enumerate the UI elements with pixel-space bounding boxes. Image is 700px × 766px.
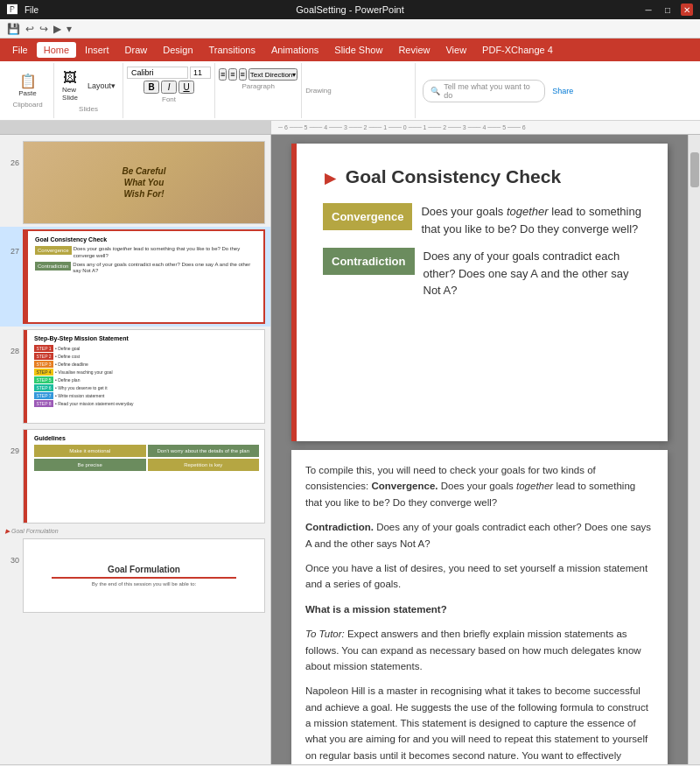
tab-design[interactable]: Design: [156, 42, 200, 58]
note-para-1: To compile this, you will need to check …: [305, 462, 654, 510]
step-4-text: • Visualise reaching your goal: [55, 369, 113, 375]
align-right-button[interactable]: ≡: [239, 68, 247, 81]
scroll-bg: Be CarefulWhat YouWish For!: [24, 142, 264, 223]
slide-28-content: Step-By-Step Mission Statement STEP 1• D…: [24, 330, 264, 423]
tab-animations[interactable]: Animations: [264, 42, 326, 58]
clipboard-label: Clipboard: [12, 101, 42, 109]
tab-draw[interactable]: Draw: [118, 42, 155, 58]
vertical-scrollbar[interactable]: [688, 135, 700, 764]
note-para-2: Contradiction. Does any of your goals co…: [305, 519, 654, 552]
tell-me-input[interactable]: 🔍 Tell me what you want to do: [423, 80, 545, 102]
new-slide-button[interactable]: 🖼 NewSlide: [58, 69, 82, 103]
slide-thumb-28: Step-By-Step Mission Statement STEP 1• D…: [23, 329, 265, 424]
step-8-text: • Read your mission statement everyday: [55, 401, 134, 406]
step-7-row: STEP 7• Write mission statement: [34, 392, 259, 399]
slide-thumb-30: Goal Formulation By the end of this sess…: [23, 538, 265, 613]
section-label: ▶ Goal Formulation: [0, 526, 270, 536]
step-5-text: • Define plan: [55, 377, 80, 383]
tab-home[interactable]: Home: [37, 42, 76, 58]
steps-list: STEP 1• Define goal STEP 2• Define cost …: [34, 345, 259, 407]
tab-view[interactable]: View: [438, 42, 473, 58]
italic-button[interactable]: I: [161, 81, 177, 94]
thumb-row-contradiction: Contradiction Does any of your goals con…: [35, 262, 258, 276]
quick-access-toolbar: 💾 ↩ ↪ ▶ ▾: [0, 19, 700, 39]
slide-thumb-27: Goal Consistency Check Convergence Does …: [23, 229, 265, 324]
slide-item-30[interactable]: 30 Goal Formulation By the end of this s…: [0, 536, 270, 615]
step-2-row: STEP 2• Define cost: [34, 353, 259, 360]
slide-number-26: 26: [5, 141, 19, 167]
tab-file[interactable]: File: [5, 42, 35, 58]
step-1-text: • Define goal: [55, 346, 80, 351]
close-button[interactable]: ✕: [681, 4, 693, 16]
contradiction-text: Does any of your goals contradict each o…: [424, 248, 648, 299]
font-label: Font: [162, 95, 176, 103]
slide-thumb-26: Be CarefulWhat YouWish For!: [23, 141, 265, 224]
save-icon[interactable]: 💾: [7, 23, 20, 35]
slide-item-26[interactable]: 26 Be CarefulWhat YouWish For!: [0, 138, 270, 227]
step-6-label: STEP 6: [34, 384, 53, 391]
contradiction-badge: Contradiction: [323, 248, 415, 275]
paragraph-label: Paragraph: [242, 82, 274, 90]
scrollbar-thumb[interactable]: [690, 152, 699, 187]
minimize-button[interactable]: ─: [642, 4, 654, 16]
section-triangle: ▶: [5, 528, 10, 534]
tab-insert[interactable]: Insert: [78, 42, 116, 58]
title-bar-menu-file[interactable]: File: [21, 5, 42, 15]
step-4-row: STEP 4• Visualise reaching your goal: [34, 369, 259, 376]
font-name-input[interactable]: Calibri: [127, 67, 188, 79]
drawing-label: Drawing: [305, 87, 331, 95]
step-6-text: • Why you deserve to get it: [55, 385, 108, 390]
slide-29-title: Guidelines: [34, 435, 259, 441]
more-icon[interactable]: ▾: [66, 23, 72, 35]
step-1-row: STEP 1• Define goal: [34, 345, 259, 352]
tab-pdf[interactable]: PDF-XChange 4: [475, 42, 560, 58]
share-button[interactable]: Share: [552, 87, 573, 95]
thumb-row-convergence: Convergence Does your goals together lea…: [35, 246, 258, 260]
slide-area: ▶ Goal Consistency Check Convergence Doe…: [271, 135, 688, 764]
underline-button[interactable]: U: [178, 81, 194, 94]
layout-button[interactable]: Layout▾: [84, 69, 119, 103]
slide-item-28[interactable]: 28 Step-By-Step Mission Statement STEP 1…: [0, 327, 270, 426]
slide-29-content: Guidelines Make it emotional Don't worry…: [24, 430, 264, 523]
slide-28-title: Step-By-Step Mission Statement: [34, 335, 259, 341]
note-para-6: Napoleon Hill is a master in recognising…: [305, 683, 654, 764]
text-direction-button[interactable]: Text Direction▾: [248, 68, 298, 81]
convergence-badge-thumb: Convergence: [35, 246, 72, 255]
red-line: [52, 577, 235, 579]
search-icon: 🔍: [430, 87, 440, 95]
step-4-label: STEP 4: [34, 369, 53, 376]
step-7-text: • Write mission statement: [55, 393, 104, 398]
paste-label: Paste: [18, 89, 36, 97]
tab-slideshow[interactable]: Slide Show: [327, 42, 389, 58]
step-6-row: STEP 6• Why you deserve to get it: [34, 384, 259, 391]
window-controls: ─ □ ✕: [642, 4, 693, 16]
step-3-text: • Define deadline: [55, 362, 88, 367]
slide-item-27[interactable]: 27 Goal Consistency Check Convergence Do…: [0, 227, 270, 327]
paragraph-group: ≡ ≡ ≡ Text Direction▾ Paragraph: [215, 63, 302, 118]
redo-icon[interactable]: ↪: [39, 23, 48, 35]
title-bar: 🅿 File GoalSetting - PowerPoint ─ □ ✕: [0, 0, 700, 19]
tab-transitions[interactable]: Transitions: [202, 42, 262, 58]
present-icon[interactable]: ▶: [53, 23, 61, 35]
clipboard-group: 📋 Paste Clipboard: [2, 63, 54, 118]
guide-cell-3: Be precise: [34, 459, 146, 471]
maximize-button[interactable]: □: [662, 4, 674, 16]
align-center-button[interactable]: ≡: [228, 68, 236, 81]
tab-review[interactable]: Review: [391, 42, 437, 58]
align-left-button[interactable]: ≡: [219, 68, 227, 81]
convergence-badge: Convergence: [323, 203, 412, 230]
step-5-row: STEP 5• Define plan: [34, 376, 259, 383]
font-size-input[interactable]: 11: [190, 67, 211, 79]
slide-item-29[interactable]: 29 Guidelines Make it emotional Don't wo…: [0, 426, 270, 526]
slide-main-title: ▶ Goal Consistency Check: [325, 161, 647, 187]
step-3-label: STEP 3: [34, 361, 53, 368]
convergence-text: Does your goals together lead to somethi…: [421, 203, 647, 237]
active-slide: ▶ Goal Consistency Check Convergence Doe…: [291, 144, 668, 441]
step-2-label: STEP 2: [34, 353, 53, 360]
bold-button[interactable]: B: [144, 81, 159, 94]
paste-button[interactable]: 📋 Paste: [15, 73, 39, 99]
undo-icon[interactable]: ↩: [25, 23, 34, 35]
main-area: 26 Be CarefulWhat YouWish For! 27 Goal C…: [0, 135, 700, 764]
slides-group: 🖼 NewSlide Layout▾ Slides: [54, 63, 123, 118]
paragraph-buttons: ≡ ≡ ≡ Text Direction▾: [219, 65, 298, 81]
